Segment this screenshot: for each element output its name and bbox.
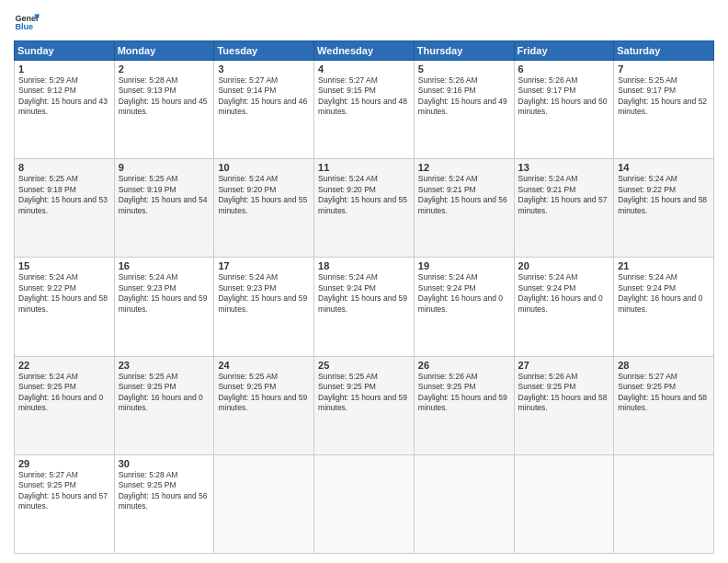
- calendar-cell: 6Sunrise: 5:26 AMSunset: 9:17 PMDaylight…: [514, 61, 614, 159]
- day-number: 30: [119, 458, 210, 469]
- calendar-cell: 27Sunrise: 5:26 AMSunset: 9:25 PMDayligh…: [514, 356, 614, 454]
- calendar-cell: 30Sunrise: 5:28 AMSunset: 9:25 PMDayligh…: [114, 454, 214, 553]
- calendar-cell: 16Sunrise: 5:24 AMSunset: 9:23 PMDayligh…: [114, 258, 214, 356]
- day-info: Sunrise: 5:26 AMSunset: 9:17 PMDaylight:…: [518, 75, 610, 118]
- calendar-cell: 15Sunrise: 5:24 AMSunset: 9:22 PMDayligh…: [15, 258, 115, 356]
- logo: General Blue: [14, 9, 40, 35]
- day-info: Sunrise: 5:28 AMSunset: 9:25 PMDaylight:…: [119, 470, 210, 512]
- day-number: 18: [318, 260, 410, 271]
- calendar-cell: 17Sunrise: 5:24 AMSunset: 9:23 PMDayligh…: [214, 258, 314, 356]
- col-header-saturday: Saturday: [614, 41, 714, 61]
- calendar-week-row: 22Sunrise: 5:24 AMSunset: 9:25 PMDayligh…: [15, 356, 714, 454]
- day-info: Sunrise: 5:24 AMSunset: 9:22 PMDaylight:…: [18, 272, 110, 315]
- day-info: Sunrise: 5:25 AMSunset: 9:18 PMDaylight:…: [18, 174, 110, 216]
- day-info: Sunrise: 5:26 AMSunset: 9:25 PMDaylight:…: [418, 372, 510, 414]
- day-number: 24: [218, 360, 310, 371]
- col-header-wednesday: Wednesday: [314, 41, 415, 61]
- calendar-cell: 28Sunrise: 5:27 AMSunset: 9:25 PMDayligh…: [614, 356, 714, 454]
- calendar-header-row: SundayMondayTuesdayWednesdayThursdayFrid…: [15, 41, 714, 61]
- calendar-cell: [314, 454, 415, 553]
- day-number: 4: [318, 63, 410, 75]
- calendar-cell: 23Sunrise: 5:25 AMSunset: 9:25 PMDayligh…: [114, 356, 214, 454]
- svg-text:Blue: Blue: [15, 22, 33, 31]
- day-number: 16: [119, 260, 210, 271]
- day-info: Sunrise: 5:25 AMSunset: 9:25 PMDaylight:…: [318, 372, 410, 414]
- day-info: Sunrise: 5:27 AMSunset: 9:15 PMDaylight:…: [318, 75, 410, 118]
- day-info: Sunrise: 5:24 AMSunset: 9:24 PMDaylight:…: [518, 272, 610, 315]
- day-number: 7: [618, 63, 710, 75]
- day-info: Sunrise: 5:27 AMSunset: 9:25 PMDaylight:…: [18, 470, 110, 512]
- calendar-cell: 26Sunrise: 5:26 AMSunset: 9:25 PMDayligh…: [414, 356, 514, 454]
- col-header-sunday: Sunday: [15, 41, 115, 61]
- day-info: Sunrise: 5:24 AMSunset: 9:22 PMDaylight:…: [618, 174, 710, 216]
- day-info: Sunrise: 5:24 AMSunset: 9:24 PMDaylight:…: [318, 272, 410, 315]
- col-header-thursday: Thursday: [414, 41, 514, 61]
- day-info: Sunrise: 5:26 AMSunset: 9:25 PMDaylight:…: [518, 372, 610, 414]
- page-header: General Blue: [14, 9, 714, 35]
- day-number: 20: [518, 260, 610, 271]
- calendar-cell: [614, 454, 714, 553]
- calendar-cell: 1Sunrise: 5:29 AMSunset: 9:12 PMDaylight…: [15, 61, 115, 159]
- calendar-cell: 9Sunrise: 5:25 AMSunset: 9:19 PMDaylight…: [114, 159, 214, 258]
- day-info: Sunrise: 5:24 AMSunset: 9:21 PMDaylight:…: [518, 174, 610, 216]
- col-header-friday: Friday: [514, 41, 614, 61]
- day-info: Sunrise: 5:25 AMSunset: 9:17 PMDaylight:…: [618, 75, 710, 118]
- calendar-week-row: 29Sunrise: 5:27 AMSunset: 9:25 PMDayligh…: [15, 454, 714, 553]
- day-info: Sunrise: 5:24 AMSunset: 9:23 PMDaylight:…: [218, 272, 310, 315]
- day-number: 17: [218, 260, 310, 271]
- day-number: 10: [218, 162, 310, 173]
- calendar-cell: 21Sunrise: 5:24 AMSunset: 9:24 PMDayligh…: [614, 258, 714, 356]
- calendar-cell: 7Sunrise: 5:25 AMSunset: 9:17 PMDaylight…: [614, 61, 714, 159]
- day-number: 15: [18, 260, 110, 271]
- logo-icon: General Blue: [14, 9, 40, 35]
- calendar-cell: 20Sunrise: 5:24 AMSunset: 9:24 PMDayligh…: [514, 258, 614, 356]
- day-number: 21: [618, 260, 710, 271]
- day-info: Sunrise: 5:29 AMSunset: 9:12 PMDaylight:…: [18, 75, 110, 118]
- day-info: Sunrise: 5:25 AMSunset: 9:25 PMDaylight:…: [218, 372, 310, 414]
- day-number: 3: [218, 63, 310, 75]
- day-number: 23: [119, 360, 210, 371]
- calendar-week-row: 15Sunrise: 5:24 AMSunset: 9:22 PMDayligh…: [15, 258, 714, 356]
- calendar-cell: 18Sunrise: 5:24 AMSunset: 9:24 PMDayligh…: [314, 258, 415, 356]
- day-info: Sunrise: 5:24 AMSunset: 9:25 PMDaylight:…: [18, 372, 110, 414]
- calendar-cell: 25Sunrise: 5:25 AMSunset: 9:25 PMDayligh…: [314, 356, 415, 454]
- calendar-cell: 19Sunrise: 5:24 AMSunset: 9:24 PMDayligh…: [414, 258, 514, 356]
- calendar-week-row: 8Sunrise: 5:25 AMSunset: 9:18 PMDaylight…: [15, 159, 714, 258]
- col-header-tuesday: Tuesday: [214, 41, 314, 61]
- calendar-cell: 4Sunrise: 5:27 AMSunset: 9:15 PMDaylight…: [314, 61, 415, 159]
- day-number: 1: [18, 63, 110, 75]
- calendar-cell: 14Sunrise: 5:24 AMSunset: 9:22 PMDayligh…: [614, 159, 714, 258]
- calendar-cell: 22Sunrise: 5:24 AMSunset: 9:25 PMDayligh…: [15, 356, 115, 454]
- calendar-cell: 2Sunrise: 5:28 AMSunset: 9:13 PMDaylight…: [114, 61, 214, 159]
- calendar-cell: [514, 454, 614, 553]
- calendar-table: SundayMondayTuesdayWednesdayThursdayFrid…: [14, 40, 714, 554]
- day-number: 25: [318, 360, 410, 371]
- day-number: 9: [119, 162, 210, 173]
- day-number: 28: [618, 360, 710, 371]
- day-number: 6: [518, 63, 610, 75]
- calendar-cell: 5Sunrise: 5:26 AMSunset: 9:16 PMDaylight…: [414, 61, 514, 159]
- day-info: Sunrise: 5:24 AMSunset: 9:24 PMDaylight:…: [618, 272, 710, 315]
- day-info: Sunrise: 5:28 AMSunset: 9:13 PMDaylight:…: [119, 75, 210, 118]
- day-info: Sunrise: 5:27 AMSunset: 9:25 PMDaylight:…: [618, 372, 710, 414]
- calendar-cell: 12Sunrise: 5:24 AMSunset: 9:21 PMDayligh…: [414, 159, 514, 258]
- day-info: Sunrise: 5:24 AMSunset: 9:21 PMDaylight:…: [418, 174, 510, 216]
- calendar-week-row: 1Sunrise: 5:29 AMSunset: 9:12 PMDaylight…: [15, 61, 714, 159]
- day-info: Sunrise: 5:25 AMSunset: 9:19 PMDaylight:…: [119, 174, 210, 216]
- calendar-cell: 8Sunrise: 5:25 AMSunset: 9:18 PMDaylight…: [15, 159, 115, 258]
- day-info: Sunrise: 5:24 AMSunset: 9:20 PMDaylight:…: [318, 174, 410, 216]
- day-number: 2: [119, 63, 210, 75]
- calendar-cell: 29Sunrise: 5:27 AMSunset: 9:25 PMDayligh…: [15, 454, 115, 553]
- day-number: 11: [318, 162, 410, 173]
- calendar-cell: [414, 454, 514, 553]
- day-info: Sunrise: 5:24 AMSunset: 9:20 PMDaylight:…: [218, 174, 310, 216]
- col-header-monday: Monday: [114, 41, 214, 61]
- day-info: Sunrise: 5:27 AMSunset: 9:14 PMDaylight:…: [218, 75, 310, 118]
- day-number: 12: [418, 162, 510, 173]
- day-number: 13: [518, 162, 610, 173]
- day-number: 27: [518, 360, 610, 371]
- day-number: 26: [418, 360, 510, 371]
- day-info: Sunrise: 5:24 AMSunset: 9:24 PMDaylight:…: [418, 272, 510, 315]
- day-info: Sunrise: 5:24 AMSunset: 9:23 PMDaylight:…: [119, 272, 210, 315]
- day-number: 14: [618, 162, 710, 173]
